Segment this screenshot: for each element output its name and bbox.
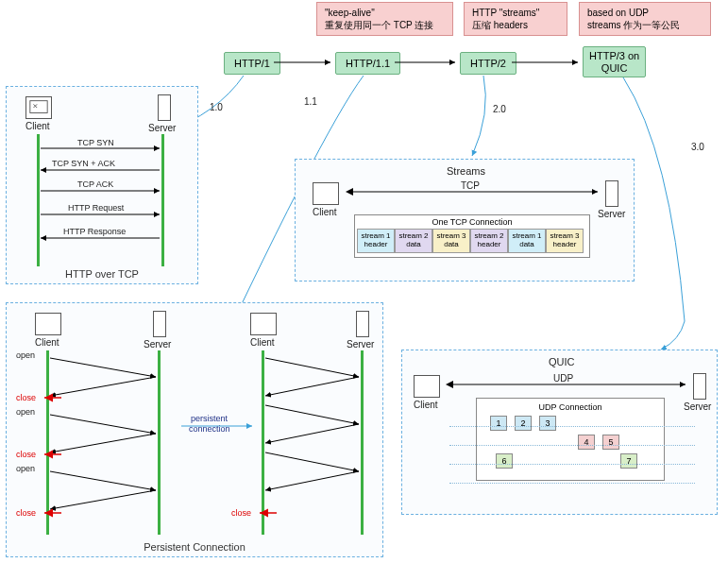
node-http1: HTTP/1: [224, 52, 280, 75]
flow-label-10: 1.0: [210, 102, 223, 112]
dotted-line: [449, 483, 695, 484]
stream-cell: stream 1data: [508, 229, 546, 253]
stream-cell: stream 1header: [357, 229, 395, 253]
msg-ack: TCP ACK: [77, 179, 113, 189]
one-tcp-box: One TCP Connection stream 1headerstream …: [354, 214, 590, 258]
pc-label1: persistent: [191, 414, 228, 423]
label-close: close: [16, 508, 36, 518]
svg-line-23: [265, 471, 359, 490]
quic-packet: 2: [515, 416, 532, 431]
stream-cell: stream 2data: [395, 229, 432, 253]
quic-packet: 7: [620, 453, 637, 469]
callout-streams: HTTP "streams" 压缩 headers: [464, 2, 567, 36]
stream-cell: stream 3data: [432, 229, 470, 253]
callout-line: based on UDP: [587, 7, 703, 19]
label-open: open: [16, 350, 35, 360]
svg-line-10: [50, 377, 156, 396]
http3-line2: QUIC: [589, 62, 639, 75]
pc-label2: connection: [189, 424, 230, 434]
quic-row-2: 45: [483, 435, 658, 453]
panel-quic: QUIC Client Server UDP UDP Connection 12…: [401, 350, 718, 515]
dotted-line: [449, 445, 695, 446]
node-http2: HTTP/2: [460, 52, 516, 75]
flow-label-30: 3.0: [691, 142, 704, 152]
msg-res: HTTP Response: [63, 227, 126, 236]
svg-line-12: [50, 434, 156, 452]
quic-packet: 4: [578, 435, 595, 450]
panel-streams: Streams Client Server TCP One TCP Connec…: [295, 159, 635, 282]
svg-line-18: [265, 358, 359, 377]
node-http3: HTTP/3 on QUIC: [583, 46, 646, 77]
udp-label: UDP: [553, 373, 573, 384]
http3-line1: HTTP/3 on: [589, 50, 639, 62]
stream-cells-row: stream 1headerstream 2datastream 3datast…: [357, 229, 587, 253]
flow-label-20: 2.0: [493, 104, 506, 114]
dotted-line: [449, 464, 695, 465]
tcp-label: TCP: [461, 180, 480, 191]
quic-packet: 1: [490, 416, 507, 431]
svg-line-19: [265, 377, 359, 396]
callout-line: 压缩 headers: [472, 19, 559, 31]
msg-synack: TCP SYN + ACK: [52, 159, 115, 168]
panel-persistent: Persistent Connection Client Server Clie…: [6, 302, 383, 557]
svg-line-20: [265, 405, 359, 424]
quic-row-3: 67: [483, 453, 658, 472]
msg-syn: TCP SYN: [77, 138, 114, 147]
callout-keepalive: "keep-alive" 重复使用同一个 TCP 连接: [316, 2, 453, 36]
flow-label-11: 1.1: [304, 96, 317, 107]
svg-line-11: [50, 415, 156, 434]
svg-line-21: [265, 424, 359, 443]
panel-http-over-tcp: HTTP over TCP Client Server TCP SYN TCP …: [6, 86, 198, 284]
callout-line: streams 作为一等公民: [587, 19, 703, 31]
msg-req: HTTP Request: [68, 203, 124, 213]
label-open: open: [16, 407, 35, 417]
callout-quic: based on UDP streams 作为一等公民: [579, 2, 711, 36]
node-http11: HTTP/1.1: [335, 52, 400, 75]
quic-packet: 6: [496, 453, 513, 469]
svg-line-13: [50, 471, 156, 490]
quic-row-1: 123: [483, 416, 658, 435]
udp-conn-title: UDP Connection: [483, 402, 658, 412]
label-close: close: [231, 508, 251, 518]
label-open: open: [16, 464, 35, 473]
dotted-line: [449, 426, 695, 427]
udp-conn-box: UDP Connection 123 45 67: [476, 398, 665, 481]
stream-cell: stream 3header: [546, 229, 584, 253]
label-close: close: [16, 393, 36, 402]
one-tcp-title: One TCP Connection: [357, 217, 587, 227]
stream-cell: stream 2header: [470, 229, 508, 253]
callout-line: HTTP "streams": [472, 7, 559, 19]
callout-line: "keep-alive": [325, 7, 445, 19]
quic-packet: 5: [602, 435, 619, 450]
svg-line-22: [265, 452, 359, 471]
callout-line: 重复使用同一个 TCP 连接: [325, 19, 445, 31]
quic-packet: 3: [539, 416, 556, 431]
svg-line-9: [50, 358, 156, 377]
svg-line-14: [50, 490, 156, 509]
label-close: close: [16, 450, 36, 459]
